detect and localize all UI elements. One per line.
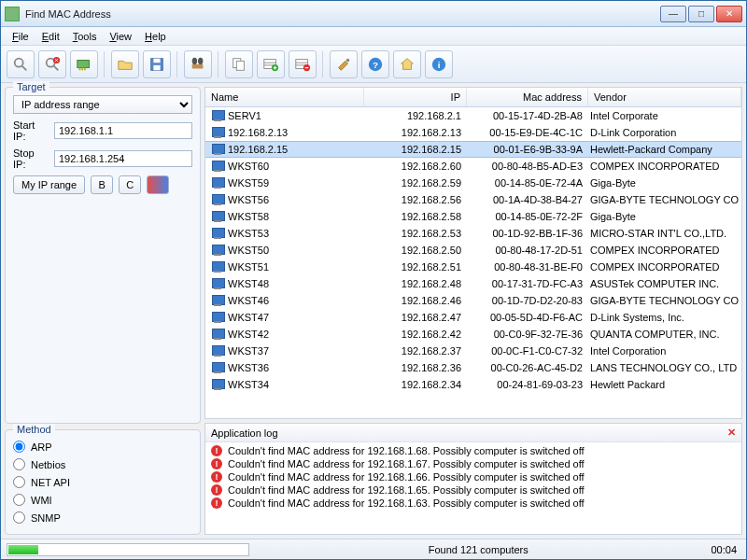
progress-bar xyxy=(7,543,249,556)
log-body[interactable]: !Couldn't find MAC address for 192.168.1… xyxy=(205,442,741,534)
menubar: FileEditToolsViewHelp xyxy=(1,27,746,46)
menu-tools[interactable]: Tools xyxy=(67,29,103,44)
status-time: 00:04 xyxy=(701,544,746,555)
stop-ip-label: Stop IP: xyxy=(13,147,49,170)
computer-icon xyxy=(211,110,224,121)
svg-text:?: ? xyxy=(373,59,378,69)
copy-button[interactable] xyxy=(225,50,253,78)
class-b-button[interactable]: B xyxy=(91,175,113,194)
network-card-button[interactable] xyxy=(70,50,98,78)
log-title: Application log xyxy=(211,427,727,439)
log-close-icon[interactable]: ✕ xyxy=(727,427,736,439)
color-button[interactable] xyxy=(147,175,169,194)
save-button[interactable] xyxy=(143,50,171,78)
table-row[interactable]: WKST56192.168.2.5600-1A-4D-38-B4-27GIGA-… xyxy=(205,191,741,208)
method-arp[interactable]: ARP xyxy=(13,438,192,455)
toolbar: ? i xyxy=(1,46,746,83)
method-wmi[interactable]: WMI xyxy=(13,491,192,509)
table-row[interactable]: WKST46192.168.2.4600-1D-7D-D2-20-83GIGA-… xyxy=(205,292,741,309)
table-add-button[interactable] xyxy=(257,50,285,78)
log-line: !Couldn't find MAC address for 192.168.1… xyxy=(205,470,741,483)
table-row[interactable]: WKST60192.168.2.6000-80-48-B5-AD-E3COMPE… xyxy=(205,158,741,175)
statusbar: Found 121 computers 00:04 xyxy=(1,539,746,559)
svg-rect-16 xyxy=(236,61,244,70)
log-line: !Couldn't find MAC address for 192.168.1… xyxy=(205,483,741,497)
svg-text:i: i xyxy=(438,59,441,69)
table-row[interactable]: WKST51192.168.2.5100-80-48-31-BE-F0COMPE… xyxy=(205,259,741,275)
error-icon: ! xyxy=(211,471,222,483)
computer-icon xyxy=(211,161,224,172)
computer-icon xyxy=(211,177,224,189)
computer-icon xyxy=(211,329,224,340)
table-row[interactable]: WKST47192.168.2.4700-05-5D-4D-F6-ACD-Lin… xyxy=(205,309,741,326)
status-text: Found 121 computers xyxy=(255,544,701,555)
table-row[interactable]: WKST34192.168.2.3400-24-81-69-03-23Hewle… xyxy=(205,376,741,393)
target-mode-select[interactable]: IP address range xyxy=(13,95,192,114)
svg-rect-10 xyxy=(153,58,160,62)
open-button[interactable] xyxy=(111,50,139,78)
method-snmp[interactable]: SNMP xyxy=(13,509,192,526)
stop-ip-input[interactable] xyxy=(54,150,192,167)
table-row[interactable]: WKST37192.168.2.3700-0C-F1-C0-C7-32Intel… xyxy=(205,343,741,359)
start-ip-label: Start IP: xyxy=(13,119,49,142)
svg-point-0 xyxy=(15,58,23,66)
computer-icon xyxy=(211,345,224,357)
table-remove-button[interactable] xyxy=(289,50,317,78)
col-ip[interactable]: IP xyxy=(364,88,467,106)
maximize-button[interactable]: □ xyxy=(688,6,714,22)
find-button[interactable] xyxy=(184,50,212,78)
table-row[interactable]: WKST58192.168.2.5800-14-85-0E-72-2FGiga-… xyxy=(205,208,741,225)
table-row[interactable]: SERV1192.168.2.100-15-17-4D-2B-A8Intel C… xyxy=(205,107,741,124)
table-row[interactable]: WKST50192.168.2.5000-80-48-17-2D-51COMPE… xyxy=(205,242,741,259)
computer-icon xyxy=(211,144,224,155)
table-row[interactable]: WKST53192.168.2.5300-1D-92-BB-1F-36MICRO… xyxy=(205,225,741,242)
table-row[interactable]: WKST59192.168.2.5900-14-85-0E-72-4AGiga-… xyxy=(205,175,741,191)
home-button[interactable] xyxy=(393,50,421,78)
minimize-button[interactable]: — xyxy=(660,6,686,22)
right-pane: Name IP Mac address Vendor SERV1192.168.… xyxy=(204,87,742,535)
svg-rect-7 xyxy=(81,67,83,70)
error-icon: ! xyxy=(211,497,222,509)
help-button[interactable]: ? xyxy=(361,50,389,78)
info-button[interactable]: i xyxy=(425,50,453,78)
app-window: Find MAC Address — □ ✕ FileEditToolsView… xyxy=(0,0,747,560)
svg-rect-5 xyxy=(78,60,90,67)
error-icon: ! xyxy=(211,484,222,496)
method-net-api[interactable]: NET API xyxy=(13,473,192,491)
computer-icon xyxy=(211,245,224,256)
app-log: Application log ✕ !Couldn't find MAC add… xyxy=(204,423,742,535)
my-ip-range-button[interactable]: My IP range xyxy=(13,175,85,194)
class-c-button[interactable]: C xyxy=(119,175,141,194)
table-body[interactable]: SERV1192.168.2.100-15-17-4D-2B-A8Intel C… xyxy=(205,107,741,418)
computer-icon xyxy=(211,312,224,323)
method-legend: Method xyxy=(13,424,55,435)
table-header[interactable]: Name IP Mac address Vendor xyxy=(205,88,741,107)
start-ip-input[interactable] xyxy=(54,122,192,139)
error-icon: ! xyxy=(211,445,222,456)
scan-cancel-button[interactable] xyxy=(38,50,66,78)
log-line: !Couldn't find MAC address for 192.168.1… xyxy=(205,497,741,510)
menu-help[interactable]: Help xyxy=(139,29,172,44)
menu-file[interactable]: File xyxy=(7,29,35,44)
table-row[interactable]: WKST42192.168.2.4200-C0-9F-32-7E-36QUANT… xyxy=(205,326,741,343)
table-row[interactable]: WKST48192.168.2.4800-17-31-7D-FC-A3ASUST… xyxy=(205,275,741,292)
col-mac[interactable]: Mac address xyxy=(467,88,588,106)
left-pane: Target IP address range Start IP: Stop I… xyxy=(5,87,201,535)
svg-rect-11 xyxy=(153,64,160,69)
computer-icon xyxy=(211,194,224,205)
app-icon xyxy=(5,7,20,21)
scan-single-button[interactable] xyxy=(7,50,35,78)
menu-view[interactable]: View xyxy=(104,29,137,44)
menu-edit[interactable]: Edit xyxy=(36,29,65,44)
method-netbios[interactable]: Netbios xyxy=(13,455,192,473)
close-button[interactable]: ✕ xyxy=(716,6,742,22)
table-row[interactable]: 192.168.2.15192.168.2.1500-01-E6-9B-33-9… xyxy=(205,141,741,158)
table-row[interactable]: WKST36192.168.2.3600-C0-26-AC-45-D2LANS … xyxy=(205,359,741,376)
settings-button[interactable] xyxy=(330,50,358,78)
svg-rect-6 xyxy=(79,67,81,70)
computer-icon xyxy=(211,211,224,222)
col-name[interactable]: Name xyxy=(205,88,364,106)
results-table: Name IP Mac address Vendor SERV1192.168.… xyxy=(204,87,742,419)
col-vendor[interactable]: Vendor xyxy=(588,88,741,106)
table-row[interactable]: 192.168.2.13192.168.2.1300-15-E9-DE-4C-1… xyxy=(205,124,741,141)
